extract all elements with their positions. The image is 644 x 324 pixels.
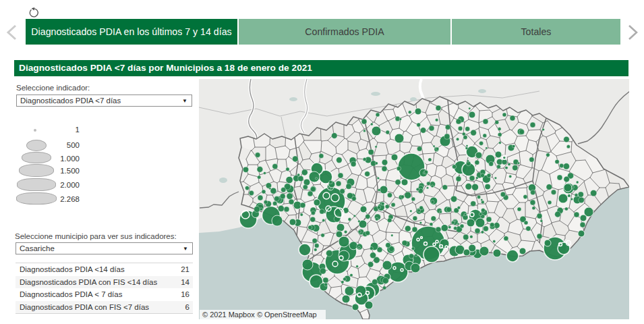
- svg-text:© 2021 Mapbox © OpenStreetMap: © 2021 Mapbox © OpenStreetMap: [202, 310, 317, 319]
